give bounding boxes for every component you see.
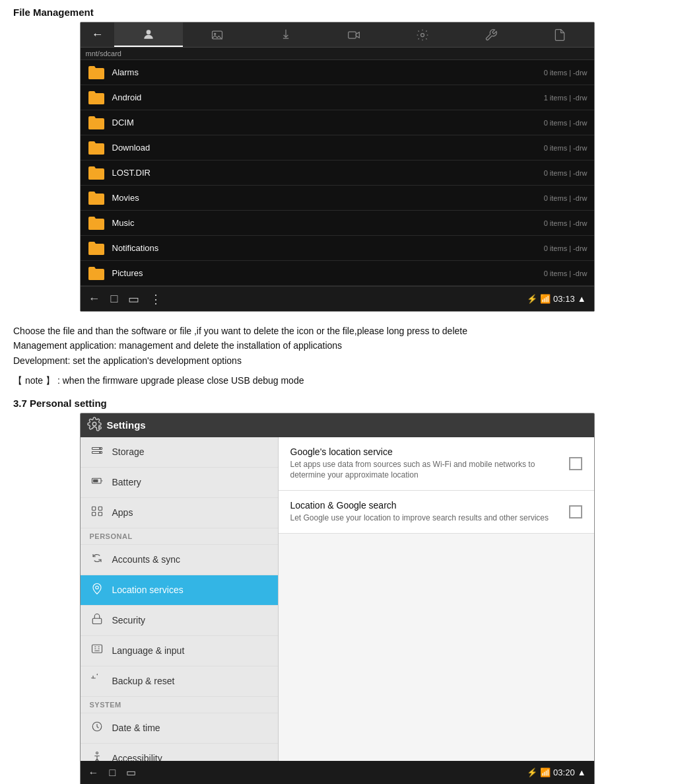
list-item[interactable]: Download 0 items | -drw bbox=[81, 135, 594, 160]
svg-rect-17 bbox=[92, 618, 102, 624]
file-meta: 0 items | -drw bbox=[544, 144, 588, 152]
sidebar-item-apps[interactable]: Apps bbox=[81, 498, 278, 528]
file-name: Music bbox=[112, 218, 544, 228]
accessibility-icon bbox=[90, 751, 104, 761]
file-meta: 0 items | -drw bbox=[544, 269, 588, 277]
svg-rect-15 bbox=[98, 512, 102, 515]
location-service-desc: Let apps use data from sources such as W… bbox=[290, 459, 561, 481]
sidebar-label-battery: Battery bbox=[112, 477, 141, 487]
svg-rect-3 bbox=[349, 32, 356, 38]
section-37-title: 3.7 Personal setting bbox=[13, 398, 661, 409]
svg-rect-12 bbox=[92, 507, 95, 510]
location-icon bbox=[90, 583, 104, 598]
menu-icon[interactable]: ⋮ bbox=[150, 292, 162, 306]
tab-back[interactable]: ← bbox=[81, 22, 115, 47]
sidebar-item-backup[interactable]: Backup & reset bbox=[81, 666, 278, 697]
location-google-desc: Let Google use your location to improve … bbox=[290, 513, 561, 524]
file-name: Android bbox=[112, 92, 544, 102]
sidebar-item-accounts[interactable]: Accounts & sync bbox=[81, 545, 278, 575]
folder-icon bbox=[87, 63, 106, 82]
tab-file[interactable] bbox=[525, 22, 594, 47]
list-item[interactable]: Android 1 items | -drw bbox=[81, 85, 594, 110]
signal-icon: 📶 bbox=[540, 294, 551, 304]
clock: 03:20 bbox=[553, 767, 575, 777]
file-meta: 0 items | -drw bbox=[544, 119, 588, 127]
list-item[interactable]: Movies 0 items | -drw bbox=[81, 186, 594, 211]
list-item[interactable]: Notifications 0 items | -drw bbox=[81, 236, 594, 261]
body-line3: Development: set the application's devel… bbox=[13, 353, 661, 368]
apps-icon bbox=[90, 505, 104, 520]
language-icon bbox=[90, 643, 104, 659]
folder-icon bbox=[87, 264, 106, 283]
file-name: Download bbox=[112, 143, 544, 153]
home-icon[interactable]: □ bbox=[110, 767, 116, 779]
file-management-title: File Management bbox=[13, 7, 661, 18]
recent-icon[interactable]: ▭ bbox=[126, 766, 136, 779]
location-google-item[interactable]: Location & Google search Let Google use … bbox=[279, 491, 594, 534]
security-icon bbox=[90, 613, 104, 628]
svg-point-2 bbox=[214, 32, 216, 34]
file-meta: 0 items | -drw bbox=[544, 194, 588, 202]
folder-icon bbox=[87, 214, 106, 232]
sidebar-item-storage[interactable]: Storage bbox=[81, 437, 278, 468]
sidebar-item-datetime[interactable]: Date & time bbox=[81, 713, 278, 744]
file-name: DCIM bbox=[112, 118, 544, 127]
sidebar-item-language[interactable]: Language & input bbox=[81, 636, 278, 666]
settings-body: Storage Battery Apps PERSONAL bbox=[81, 437, 594, 761]
sidebar-section-system: SYSTEM bbox=[81, 697, 278, 713]
back-icon[interactable]: ← bbox=[88, 292, 100, 306]
sidebar-item-security[interactable]: Security bbox=[81, 606, 278, 636]
settings-topbar: Settings bbox=[81, 413, 594, 437]
usb-icon: ⚡ bbox=[527, 767, 537, 777]
list-item[interactable]: LOST.DIR 0 items | -drw bbox=[81, 160, 594, 186]
sidebar-label-apps: Apps bbox=[112, 507, 133, 518]
svg-rect-13 bbox=[98, 507, 102, 510]
tab-video[interactable] bbox=[320, 22, 389, 47]
svg-point-0 bbox=[147, 30, 151, 34]
sidebar-item-location[interactable]: Location services bbox=[81, 575, 278, 606]
storage-icon bbox=[90, 445, 104, 460]
sidebar-label-backup: Backup & reset bbox=[112, 676, 175, 686]
status-bar: ⚡ 📶 03:13 ▲ bbox=[527, 294, 586, 304]
svg-point-4 bbox=[421, 33, 424, 36]
sidebar-label-language: Language & input bbox=[112, 645, 185, 656]
signal-icon: 📶 bbox=[540, 767, 551, 777]
body-line1: Choose the file and than the software or… bbox=[13, 324, 661, 338]
tab-profile[interactable] bbox=[114, 22, 183, 47]
sidebar-label-accounts: Accounts & sync bbox=[112, 554, 181, 565]
location-google-text: Location & Google search Let Google use … bbox=[290, 500, 561, 524]
list-item[interactable]: Pictures 0 items | -drw bbox=[81, 261, 594, 286]
sidebar-label-security: Security bbox=[112, 615, 146, 625]
svg-point-9 bbox=[99, 452, 100, 453]
sidebar-item-accessibility[interactable]: Accessibility bbox=[81, 744, 278, 761]
list-item[interactable]: Music 0 items | -drw bbox=[81, 211, 594, 236]
wifi-icon: ▲ bbox=[578, 767, 586, 777]
location-service-checkbox[interactable] bbox=[569, 457, 582, 470]
back-icon[interactable]: ← bbox=[88, 767, 99, 779]
tab-settings[interactable] bbox=[388, 22, 457, 47]
svg-point-20 bbox=[96, 752, 98, 754]
file-meta: 0 items | -drw bbox=[544, 169, 588, 177]
location-service-text: Google's location service Let apps use d… bbox=[290, 446, 561, 481]
settings-status-bar: ⚡ 📶 03:20 ▲ bbox=[527, 767, 586, 777]
file-name: Pictures bbox=[112, 268, 544, 278]
tab-tools[interactable] bbox=[457, 22, 525, 47]
folder-icon bbox=[87, 164, 106, 182]
tab-usb[interactable] bbox=[252, 22, 320, 47]
body-text-block: Choose the file and than the software or… bbox=[13, 324, 661, 368]
location-google-checkbox[interactable] bbox=[569, 505, 582, 518]
sidebar-label-datetime: Date & time bbox=[112, 723, 160, 733]
note-text: 【 note 】 : when the firmware upgrade ple… bbox=[13, 373, 661, 388]
home-icon[interactable]: □ bbox=[111, 292, 118, 306]
recent-icon[interactable]: ▭ bbox=[128, 292, 139, 306]
breadcrumb: mnt/sdcard bbox=[81, 48, 594, 60]
list-item[interactable]: DCIM 0 items | -drw bbox=[81, 110, 594, 135]
location-service-item[interactable]: Google's location service Let apps use d… bbox=[279, 437, 594, 491]
list-item[interactable]: Alarms 0 items | -drw bbox=[81, 60, 594, 85]
accounts-icon bbox=[90, 552, 104, 567]
tab-image[interactable] bbox=[183, 22, 252, 47]
file-list: Alarms 0 items | -drw Android 1 items | … bbox=[81, 60, 594, 286]
sidebar-item-battery[interactable]: Battery bbox=[81, 468, 278, 498]
svg-rect-11 bbox=[93, 479, 98, 482]
file-meta: 1 items | -drw bbox=[544, 94, 588, 102]
